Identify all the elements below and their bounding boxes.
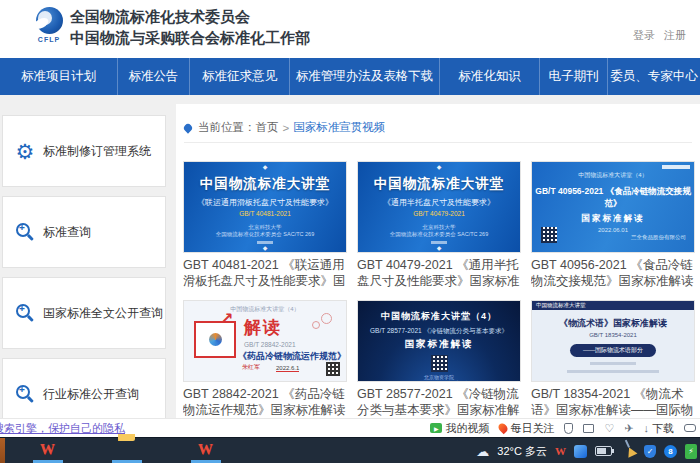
sidebar-item-standard-search[interactable]: + 标准查询 — [2, 196, 166, 268]
thumb-code: GB/T 40479-2021 — [358, 210, 520, 217]
decor-circle — [312, 321, 320, 329]
screenshot-icon[interactable] — [583, 424, 594, 433]
browser-status-strip: 搜索引擎，保护自己的隐私 ▶ 我的视频 每日关注 ♡ ✈ ↓ 下载 — [0, 418, 700, 437]
qr-code-icon — [541, 227, 557, 243]
nav-item-knowledge[interactable]: 标准化知识 — [440, 58, 540, 95]
boost-rocket-icon[interactable]: ✈ — [624, 423, 633, 434]
diamond-icon: ◆ — [263, 163, 268, 170]
breadcrumb-current: 国家标准宣贯视频 — [293, 120, 385, 135]
favorites-heart-icon[interactable]: ♡ — [604, 423, 614, 434]
weather-text[interactable]: 32°C 多云 — [497, 444, 547, 459]
thumb-orgs: 北京物资学院全国物流标准化技术委员会 — [358, 374, 520, 382]
video-thumbnail[interactable]: 中国物流标准大讲堂 《物流术语》国家标准解读 GB/T 18354-2021 —… — [531, 300, 695, 382]
video-thumbnail[interactable]: ◆ 中国物流标准大讲堂 《联运通用滑板托盘尺寸及性能要求》 GB/T 40481… — [183, 161, 347, 253]
sidebar-item-national-fulltext-search[interactable]: + 国家标准全文公开查询 — [2, 277, 166, 349]
video-caption[interactable]: GBT 40956-2021 《食品冷链物流交接规范》国家标准解读 — [531, 257, 695, 289]
site-title-line2: 中国物流与采购联合会标准化工作部 — [70, 29, 310, 48]
windows-taskbar: W W ☁ 32°C 多云 W ✓ 8 ⚡ — [0, 437, 700, 463]
download-button[interactable]: ↓ 下载 — [644, 421, 675, 436]
video-thumbnail[interactable]: 中国物流标准大讲堂（4） GB/T 40956-2021 《食品冷链物流交接规范… — [531, 161, 695, 253]
nav-item-experts[interactable]: 委员、专家中心 — [608, 58, 700, 95]
timestamp-bar — [662, 165, 690, 169]
gear-icon: ⚙ — [7, 141, 43, 162]
location-icon — [182, 122, 193, 133]
nav-item-management-download[interactable]: 标准管理办法及表格下载 — [290, 58, 440, 95]
cflp-logo[interactable]: CFLP — [32, 7, 66, 51]
decor-circle — [321, 313, 332, 324]
gear-logo-icon — [209, 333, 222, 346]
nav-item-announcement[interactable]: 标准公告 — [118, 58, 190, 95]
thumb-title: 《物流术语》国家标准解读 — [532, 317, 694, 330]
charging-battery-icon[interactable]: ⚡ — [685, 444, 697, 459]
thumb-big-label: 解读 — [244, 316, 282, 339]
login-link[interactable]: 登录 — [633, 29, 655, 41]
qr-code-icon — [431, 355, 448, 372]
video-thumbnail[interactable]: 中国物流标准大讲堂（4） ↗ 解读 GB/T 28842-2021 《药品冷链物… — [183, 300, 347, 382]
video-thumbnail[interactable]: 中国物流标准大讲堂（4） GB/T 28577-2021 《冷链物流分类与基本要… — [357, 300, 521, 382]
breadcrumb: 当前位置： 首页 > 国家标准宣贯视频 — [184, 120, 385, 135]
video-thumbnail[interactable]: ◆ 中国物流标准大讲堂 《通用半托盘尺寸及性能要求》 GB/T 40479-20… — [357, 161, 521, 253]
breadcrumb-home[interactable]: 首页 — [256, 120, 279, 135]
car-icon[interactable] — [684, 424, 696, 432]
video-caption[interactable]: GBT 28577-2021 《冷链物流分类与基本要求》国家标准解读 — [357, 386, 521, 418]
adblock-shield-icon[interactable] — [564, 423, 573, 434]
breadcrumb-label: 当前位置： — [198, 120, 256, 135]
thumb-org: 三全食品股份有限公司 — [631, 234, 686, 241]
video-card-28577: 中国物流标准大讲堂（4） GB/T 28577-2021 《冷链物流分类与基本要… — [357, 300, 521, 418]
cleaner-broom-icon[interactable] — [625, 445, 638, 457]
nav-item-project-plan[interactable]: 标准项目计划 — [0, 58, 118, 95]
search-plus-icon: + — [7, 385, 43, 404]
qr-code-icon — [326, 362, 340, 376]
security-shield-icon[interactable]: ✓ — [644, 445, 656, 458]
video-caption[interactable]: GBT 28842-2021 《药品冷链物流运作规范》国家标准解读 — [183, 386, 347, 418]
weather-cloud-icon[interactable]: ☁ — [476, 445, 489, 458]
video-caption[interactable]: GBT 40481-2021 《联运通用滑板托盘尺寸及性能要求》国家标准解读 — [183, 257, 347, 289]
thumb-series: 中国物流标准大讲堂（4） — [358, 310, 520, 323]
thumb-title: 中国物流标准大讲堂 — [184, 175, 346, 193]
sidebar-item-revision-system[interactable]: ⚙ 标准制修订管理系统 — [2, 115, 166, 187]
thumb-subtitle: 《通用半托盘尺寸及性能要求》 — [358, 197, 520, 208]
decor-bar — [567, 370, 659, 373]
search-plus-icon: + — [7, 304, 43, 323]
bluetooth-icon[interactable]: 8 — [664, 445, 677, 458]
sidebar-item-label: 国家标准全文公开查询 — [43, 305, 163, 322]
logo-text: CFLP — [32, 36, 66, 43]
site-title-line1: 全国物流标准化技术委员会 — [70, 8, 250, 27]
video-caption[interactable]: GB/T 18354-2021 《物流术语》国家标准解读——国际物流术语 — [531, 386, 695, 418]
thumb-subtitle: 国家标准解读 — [358, 338, 520, 351]
register-link[interactable]: 注册 — [664, 29, 686, 41]
thumb-orgs: 北京科技大学全国物流标准化技术委员会 SAC/TC 269 — [184, 224, 346, 238]
blue-app-tray-icon[interactable] — [574, 445, 587, 458]
sidebar-item-label: 标准制修订管理系统 — [43, 143, 151, 160]
wps-taskbar-icon[interactable]: W — [40, 441, 55, 458]
flame-icon — [497, 422, 510, 435]
daily-follow-button[interactable]: 每日关注 — [499, 421, 554, 436]
diamond-icon: ◆ — [437, 244, 442, 251]
thumb-code-title: GB/T 28577-2021 《冷链物流分类与基本要求》 — [358, 327, 520, 336]
system-tray: ☁ 32°C 多云 W ✓ 8 ⚡ — [476, 438, 697, 463]
my-videos-button[interactable]: ▶ 我的视频 — [430, 421, 489, 436]
thumb-presenter: 朱红军 — [242, 363, 260, 372]
video-caption[interactable]: GBT 40479-2021 《通用半托盘尺寸及性能要求》国家标准解读 — [357, 257, 521, 289]
arrow-up-right-icon: ↗ — [220, 309, 233, 328]
thumb-header-bar: 中国物流标准大讲堂 — [532, 301, 694, 310]
diamond-icon: ◆ — [437, 163, 442, 170]
download-arrow-icon: ↓ — [644, 423, 650, 434]
thumb-series: 中国物流标准大讲堂 — [536, 302, 586, 309]
page: CFLP 全国物流标准化技术委员会 中国物流与采购联合会标准化工作部 登录 注册… — [0, 0, 700, 463]
privacy-status-link[interactable]: 搜索引擎，保护自己的隐私 — [0, 421, 125, 436]
nav-item-comments[interactable]: 标准征求意见 — [190, 58, 290, 95]
site-header: CFLP 全国物流标准化技术委员会 中国物流与采购联合会标准化工作部 登录 注册 — [0, 0, 700, 58]
nav-item-ejournal[interactable]: 电子期刊 — [540, 58, 608, 95]
wps-tray-icon[interactable]: W — [555, 445, 566, 457]
globe-icon — [36, 7, 63, 34]
wps-taskbar-icon-2[interactable]: W — [198, 441, 213, 458]
browser-toolbar: ▶ 我的视频 每日关注 ♡ ✈ ↓ 下载 — [430, 419, 696, 437]
video-card-40956: 中国物流标准大讲堂（4） GB/T 40956-2021 《食品冷链物流交接规范… — [531, 161, 695, 289]
thumb-code: GB/T 28842-2021 — [244, 341, 296, 348]
thumb-pill: ——国际物流术语部分 — [570, 344, 656, 357]
battery-icon[interactable] — [595, 446, 612, 456]
video-card-18354: 中国物流标准大讲堂 《物流术语》国家标准解读 GB/T 18354-2021 —… — [531, 300, 695, 418]
sidebar-item-label: 行业标准公开查询 — [43, 386, 139, 403]
thumb-date: 2022.6.1 — [276, 365, 299, 372]
